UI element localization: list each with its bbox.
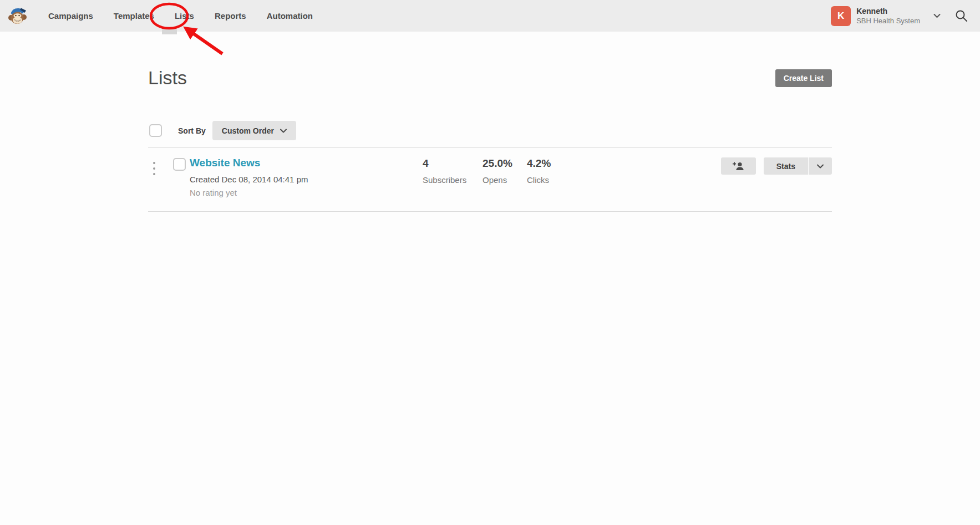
- nav-item-automation[interactable]: Automation: [267, 11, 313, 21]
- sort-order-dropdown[interactable]: Custom Order: [212, 121, 296, 140]
- chevron-down-icon: [280, 129, 287, 133]
- page-header: Lists Create List: [148, 32, 832, 89]
- sort-toolbar: Sort By Custom Order: [148, 121, 832, 140]
- nav-item-lists[interactable]: Lists: [175, 11, 194, 21]
- stat-subscribers: 4 Subscribers: [423, 157, 466, 185]
- clicks-label: Clicks: [527, 175, 551, 185]
- page-title: Lists: [148, 67, 187, 89]
- nav-item-templates[interactable]: Templates: [114, 11, 154, 21]
- list-row: Website News Created Dec 08, 2014 04:41 …: [148, 148, 832, 212]
- list-row-checkbox[interactable]: [173, 158, 186, 171]
- account-text: Kenneth SBH Health System: [856, 6, 920, 26]
- nav-item-reports[interactable]: Reports: [215, 11, 246, 21]
- subscribers-label: Subscribers: [423, 175, 466, 185]
- chevron-down-icon[interactable]: [933, 13, 941, 18]
- lists-tab-indicator: [162, 29, 177, 34]
- add-subscriber-icon: [732, 161, 744, 171]
- clicks-value: 4.2%: [527, 157, 551, 170]
- add-subscriber-button[interactable]: [721, 157, 756, 175]
- search-icon[interactable]: [955, 9, 968, 22]
- list-info: Website News Created Dec 08, 2014 04:41 …: [190, 157, 308, 197]
- stats-dropdown-button[interactable]: [809, 157, 832, 175]
- list-rating: No rating yet: [190, 188, 308, 197]
- chevron-down-icon: [817, 164, 824, 169]
- main-nav: Campaigns Templates Lists Reports Automa…: [48, 11, 313, 21]
- stats-split-button: Stats: [764, 157, 832, 175]
- account-menu[interactable]: K Kenneth SBH Health System: [831, 6, 941, 26]
- sort-by-label: Sort By: [178, 126, 206, 135]
- stats-button[interactable]: Stats: [764, 157, 809, 175]
- opens-value: 25.0%: [483, 157, 512, 170]
- list-name-link[interactable]: Website News: [190, 157, 260, 169]
- top-nav-bar: Campaigns Templates Lists Reports Automa…: [0, 0, 980, 32]
- select-all-checkbox[interactable]: [149, 124, 162, 137]
- stat-clicks: 4.2% Clicks: [527, 157, 551, 185]
- nav-item-campaigns[interactable]: Campaigns: [48, 11, 93, 21]
- list-created-date: Created Dec 08, 2014 04:41 pm: [190, 175, 308, 184]
- drag-handle-icon[interactable]: [152, 161, 156, 176]
- stat-opens: 25.0% Opens: [483, 157, 512, 185]
- subscribers-value: 4: [423, 157, 466, 170]
- create-list-button[interactable]: Create List: [775, 69, 832, 87]
- opens-label: Opens: [483, 175, 512, 185]
- mailchimp-freddie-logo[interactable]: [7, 5, 27, 27]
- sort-order-value: Custom Order: [222, 126, 274, 135]
- row-actions: Stats: [721, 157, 832, 175]
- account-name: Kenneth: [856, 6, 920, 16]
- avatar[interactable]: K: [831, 6, 851, 26]
- account-org: SBH Health System: [856, 16, 920, 26]
- lists-page: Lists Create List Sort By Custom Order W…: [148, 32, 832, 212]
